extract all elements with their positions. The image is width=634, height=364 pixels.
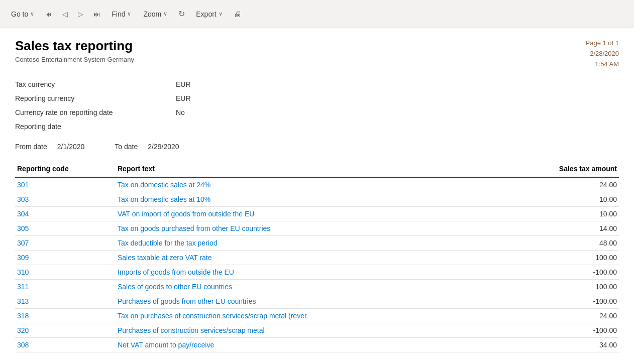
cell-text: Imports of goods from outside the EU: [116, 265, 497, 280]
cell-amount: -100.00: [497, 265, 619, 280]
find-button[interactable]: Find ∨: [107, 7, 136, 21]
cell-text: Net VAT amount to pay/receive: [116, 338, 497, 352]
cell-code[interactable]: 304: [15, 207, 116, 221]
table-body: 301Tax on domestic sales at 24%24.00303T…: [15, 177, 619, 352]
export-label: Export: [196, 10, 216, 18]
meta-row-currency-rate: Currency rate on reporting date No: [15, 105, 619, 119]
refresh-button[interactable]: [174, 6, 189, 22]
meta-row-tax-currency: Tax currency EUR: [15, 77, 619, 91]
cell-text: VAT on import of goods from outside the …: [116, 207, 497, 221]
from-date-value: 2/1/2020: [57, 143, 85, 151]
tax-currency-value: EUR: [176, 80, 191, 88]
table-row: 305Tax on goods purchased from other EU …: [15, 221, 619, 236]
cell-amount: 24.00: [497, 177, 619, 192]
report-header-left: Sales tax reporting Contoso Entertainmen…: [15, 38, 134, 63]
cell-text: Tax on domestic sales at 24%: [116, 177, 497, 192]
cell-code[interactable]: 303: [15, 192, 116, 207]
nav-next-button[interactable]: [74, 7, 87, 21]
refresh-icon: [178, 9, 185, 19]
export-chevron-icon: ∨: [219, 11, 223, 17]
report-subtitle: Contoso Entertainment System Germany: [15, 56, 134, 63]
tax-currency-label: Tax currency: [15, 80, 176, 88]
col-sales-tax-amount: Sales tax amount: [497, 161, 619, 177]
cell-code[interactable]: 311: [15, 280, 116, 294]
to-date-value: 2/29/2020: [148, 143, 179, 151]
col-report-text: Report text: [116, 161, 497, 177]
cell-code[interactable]: 320: [15, 323, 116, 338]
currency-rate-value: No: [176, 108, 185, 116]
table-row: 309Sales taxable at zero VAT rate100.00: [15, 251, 619, 265]
report-title: Sales tax reporting: [15, 38, 134, 54]
cell-code[interactable]: 308: [15, 338, 116, 352]
cell-code[interactable]: 310: [15, 265, 116, 280]
cell-code[interactable]: 318: [15, 309, 116, 323]
currency-rate-label: Currency rate on reporting date: [15, 108, 176, 116]
export-button[interactable]: Export ∨: [191, 7, 227, 21]
date-row: From date 2/1/2020 To date 2/29/2020: [15, 138, 619, 161]
meta-section: Tax currency EUR Reporting currency EUR …: [15, 77, 619, 134]
zoom-button[interactable]: Zoom ∨: [138, 7, 172, 21]
table-row: 310Imports of goods from outside the EU-…: [15, 265, 619, 280]
cell-text: Sales of goods to other EU countries: [116, 280, 497, 294]
reporting-date-label: Reporting date: [15, 123, 176, 131]
cell-amount: 100.00: [497, 251, 619, 265]
table-row: 304VAT on import of goods from outside t…: [15, 207, 619, 221]
reporting-currency-label: Reporting currency: [15, 94, 176, 102]
cell-amount: 100.00: [497, 280, 619, 294]
print-button[interactable]: [230, 7, 245, 21]
cell-code[interactable]: 313: [15, 294, 116, 309]
cell-text: Tax deductible for the tax period: [116, 236, 497, 251]
table-row: 307Tax deductible for the tax period48.0…: [15, 236, 619, 251]
col-reporting-code: Reporting code: [15, 161, 116, 177]
cell-text: Tax on domestic sales at 10%: [116, 192, 497, 207]
reporting-currency-value: EUR: [176, 94, 191, 102]
nav-first-button[interactable]: [41, 7, 56, 21]
cell-code[interactable]: 305: [15, 221, 116, 236]
cell-amount: 48.00: [497, 236, 619, 251]
cell-text: Purchases of goods from other EU countri…: [116, 294, 497, 309]
cell-amount: 10.00: [497, 207, 619, 221]
cell-text: Tax on goods purchased from other EU cou…: [116, 221, 497, 236]
table-header: Reporting code Report text Sales tax amo…: [15, 161, 619, 177]
report-date: 2/28/2020: [586, 49, 619, 59]
zoom-label: Zoom: [143, 10, 161, 18]
nav-prev-icon: [62, 10, 68, 18]
nav-last-button[interactable]: [89, 7, 104, 21]
cell-amount: 24.00: [497, 309, 619, 323]
page-info: Page 1 of 1 2/28/2020 1:54 AM: [586, 38, 619, 69]
cell-text: Sales taxable at zero VAT rate: [116, 251, 497, 265]
goto-chevron-icon: ∨: [30, 11, 34, 17]
report-table: Reporting code Report text Sales tax amo…: [15, 161, 619, 352]
cell-text: Tax on purchases of construction service…: [116, 309, 497, 323]
cell-amount: 34.00: [497, 338, 619, 352]
cell-code[interactable]: 307: [15, 236, 116, 251]
page-header: Sales tax reporting Contoso Entertainmen…: [15, 38, 619, 69]
table-row: 308Net VAT amount to pay/receive34.00: [15, 338, 619, 352]
cell-code[interactable]: 309: [15, 251, 116, 265]
toolbar: Go to ∨ Find ∨ Zoom ∨ Export ∨: [0, 0, 634, 28]
cell-amount: -100.00: [497, 294, 619, 309]
report-content: Sales tax reporting Contoso Entertainmen…: [0, 28, 634, 364]
table-row: 311Sales of goods to other EU countries1…: [15, 280, 619, 294]
nav-next-icon: [78, 10, 83, 18]
meta-row-reporting-currency: Reporting currency EUR: [15, 91, 619, 105]
page-number: Page 1 of 1: [586, 38, 619, 49]
from-date-label: From date: [15, 143, 47, 151]
meta-row-reporting-date: Reporting date: [15, 119, 619, 134]
table-row: 320Purchases of construction services/sc…: [15, 323, 619, 338]
table-row: 303Tax on domestic sales at 10%10.00: [15, 192, 619, 207]
nav-last-icon: [93, 10, 100, 18]
print-icon: [234, 10, 241, 18]
cell-code[interactable]: 301: [15, 177, 116, 192]
table-header-row: Reporting code Report text Sales tax amo…: [15, 161, 619, 177]
table-row: 301Tax on domestic sales at 24%24.00: [15, 177, 619, 192]
to-date-label: To date: [115, 143, 138, 151]
table-row: 313Purchases of goods from other EU coun…: [15, 294, 619, 309]
goto-button[interactable]: Go to ∨: [6, 7, 39, 21]
zoom-chevron-icon: ∨: [163, 11, 167, 17]
nav-first-icon: [45, 10, 52, 18]
table-row: 318Tax on purchases of construction serv…: [15, 309, 619, 323]
cell-text: Purchases of construction services/scrap…: [116, 323, 497, 338]
cell-amount: 10.00: [497, 192, 619, 207]
nav-prev-button[interactable]: [58, 7, 72, 21]
